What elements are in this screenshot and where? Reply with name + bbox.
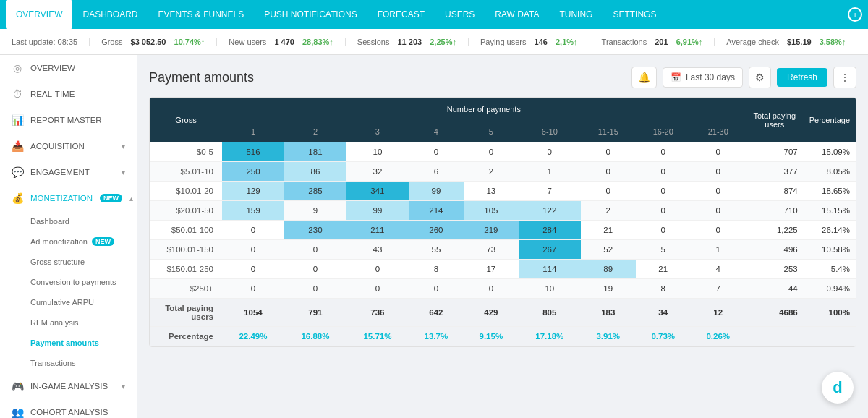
cell-value: 105 [464,201,519,221]
footer-label: Percentage [150,327,222,346]
cell-value: 284 [519,221,581,240]
footer-cell: 12 [691,299,746,327]
footer-cell: 17.18% [519,327,581,346]
cell-value: 285 [284,182,346,201]
submenu-conversion[interactable]: Conversion to payments [0,272,137,292]
cell-percentage: 0.94% [804,279,856,299]
submenu-cumulative-arpu[interactable]: Cumulative ARPU [0,292,137,312]
cell-percentage: 26.14% [804,221,856,240]
footer-total: 4686 [746,299,804,327]
sidebar-item-ingame[interactable]: 🎮 IN-GAME ANALYSIS ▾ [0,373,137,399]
footer-cell: 16.88% [284,327,346,346]
payment-amounts-table: Gross Number of payments Total paying us… [149,97,856,347]
nav-events-funnels[interactable]: EVENTS & FUNNELS [148,0,254,29]
cell-value: 0 [636,182,691,201]
cell-total: 1,225 [746,221,804,240]
nav-forecast[interactable]: FORECAST [367,0,435,29]
cell-value: 0 [581,142,636,162]
number-of-payments-header: Number of payments [222,98,746,121]
submenu-dashboard[interactable]: Dashboard [0,211,137,231]
percentage-header: Percentage [804,98,856,142]
top-navigation: OVERVIEW DASHBOARD EVENTS & FUNNELS PUSH… [0,0,868,29]
date-range-button[interactable]: 📅 Last 30 days [663,67,743,88]
table-row: $10.01-201292853419913700087418.65% [150,182,856,201]
cell-value: 0 [409,142,464,162]
cell-value: 0 [581,162,636,182]
footer-cell: 0.26% [691,327,746,346]
cell-value: 89 [581,260,636,279]
submenu-payment-amounts[interactable]: Payment amounts [0,333,137,353]
cell-value: 230 [284,221,346,240]
footer-cell: 736 [346,299,409,327]
nav-overview[interactable]: OVERVIEW [6,0,72,29]
col-6-10: 6-10 [519,121,581,142]
cell-value: 0 [346,279,409,299]
footer-pct [804,327,856,346]
transactions-stat: Transactions 201 6,91%↑ [590,38,715,46]
cell-value: 2 [581,201,636,221]
paying-users-stat: Paying users 146 2,1%↑ [469,38,590,46]
cell-percentage: 15.09% [804,142,856,162]
chevron-up-icon: ▴ [129,195,133,202]
total-paying-header: Total paying users [746,98,804,142]
user-avatar[interactable]: i [848,7,862,22]
stats-bar: Last update: 08:35 Gross $3 052.50 10,74… [0,29,868,55]
col-1: 1 [222,121,284,142]
cell-value: 0 [636,201,691,221]
more-options-button[interactable]: ⋮ [833,67,856,88]
sidebar-item-realtime[interactable]: ⏱ REAL-TIME [0,81,137,107]
sidebar-item-acquisition[interactable]: 📥 ACQUISITION ▾ [0,133,137,159]
cell-value: 0 [464,142,519,162]
submenu-gross-structure[interactable]: Gross structure [0,252,137,272]
gross-stat: Gross $3 052.50 10,74%↑ [90,38,217,46]
sidebar-item-engagement[interactable]: 💬 ENGAGEMENT ▾ [0,159,137,185]
submenu-rfm[interactable]: RFM analysis [0,312,137,333]
cell-value: 0 [691,221,746,240]
cell-value: 267 [519,240,581,260]
col-4: 4 [409,121,464,142]
sidebar-item-monetization[interactable]: 💰 MONETIZATION NEW ▴ [0,185,137,211]
cell-total: 707 [746,142,804,162]
nav-tuning[interactable]: TUNING [549,0,603,29]
cell-value: 129 [222,182,284,201]
cell-value: 0 [222,221,284,240]
cell-value: 1 [691,240,746,260]
table-row: $150.01-250000817114892142535.4% [150,260,856,279]
sidebar-item-overview[interactable]: ◎ OVERVIEW [0,55,137,81]
engagement-icon: 💬 [12,166,23,178]
cell-gross: $5.01-10 [150,162,222,182]
col-11-15: 11-15 [581,121,636,142]
submenu-ad-monetization[interactable]: Ad monetization NEW [0,231,137,252]
bell-button[interactable]: 🔔 [631,67,657,88]
nav-push-notifications[interactable]: PUSH NOTIFICATIONS [254,0,367,29]
page-title: Payment amounts [149,70,626,85]
cell-percentage: 15.15% [804,201,856,221]
nav-dashboard[interactable]: DASHBOARD [72,0,148,29]
sidebar-item-cohort[interactable]: 👥 COHORT ANALYSIS [0,399,137,418]
cell-percentage: 5.4% [804,260,856,279]
refresh-button[interactable]: Refresh [777,68,827,87]
col-2: 2 [284,121,346,142]
nav-settings[interactable]: SETTINGS [603,0,666,29]
cell-value: 99 [346,201,409,221]
cell-total: 44 [746,279,804,299]
cell-value: 0 [222,260,284,279]
cell-value: 0 [409,279,464,299]
sidebar-item-reportmaster[interactable]: 📊 REPORT MASTER [0,107,137,133]
calendar-icon: 📅 [671,72,681,82]
col-16-20: 16-20 [636,121,691,142]
cohort-icon: 👥 [12,406,23,418]
main-layout: ◎ OVERVIEW ⏱ REAL-TIME 📊 REPORT MASTER 📥… [0,55,868,418]
realtime-icon: ⏱ [12,88,23,100]
cell-value: 4 [691,260,746,279]
new-badge-ad: NEW [92,237,114,246]
filter-button[interactable]: ⚙ [749,67,771,88]
table-row: $5.01-1025086326210003778.05% [150,162,856,182]
nav-users[interactable]: USERS [435,0,485,29]
cell-value: 0 [691,182,746,201]
submenu-transactions[interactable]: Transactions [0,353,137,373]
cell-value: 86 [284,162,346,182]
cell-value: 0 [284,240,346,260]
cell-value: 0 [636,162,691,182]
nav-raw-data[interactable]: RAW DATA [485,0,549,29]
